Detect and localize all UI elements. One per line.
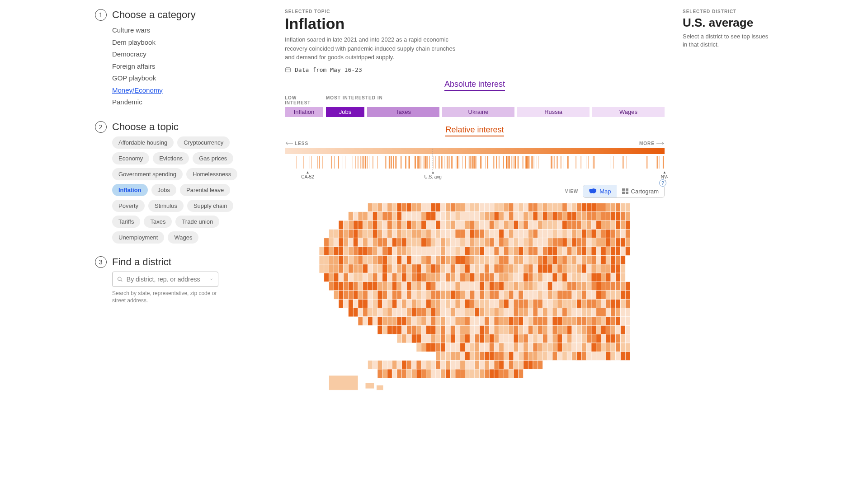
absolute-interest-bar: Taxes — [367, 107, 439, 117]
svg-rect-196 — [387, 229, 392, 238]
topic-pill[interactable]: Inflation — [112, 184, 148, 196]
svg-rect-15 — [382, 203, 387, 211]
topic-pill[interactable]: Supply chain — [187, 200, 233, 212]
topic-pill[interactable]: Stimulus — [148, 200, 184, 212]
svg-rect-703 — [431, 299, 436, 308]
svg-rect-126 — [349, 221, 354, 229]
view-map-button[interactable]: Map — [583, 185, 616, 197]
svg-rect-121 — [616, 211, 621, 220]
category-item[interactable]: Dem playbook — [112, 37, 244, 49]
topic-pill[interactable]: Jobs — [151, 184, 176, 196]
svg-rect-240 — [601, 229, 606, 238]
svg-rect-135 — [392, 221, 397, 229]
topic-pill[interactable]: Taxes — [144, 216, 172, 228]
svg-rect-303 — [601, 238, 606, 246]
svg-rect-237 — [586, 229, 591, 238]
topic-pill[interactable]: Unemployment — [112, 231, 164, 244]
svg-rect-436 — [319, 264, 324, 272]
svg-rect-712 — [475, 299, 480, 308]
svg-rect-417 — [533, 255, 538, 264]
svg-rect-1015 — [499, 352, 504, 360]
topic-pill[interactable]: Poverty — [112, 200, 145, 212]
svg-rect-1055 — [431, 360, 436, 369]
district-search[interactable] — [112, 272, 218, 287]
svg-rect-886 — [514, 325, 519, 334]
svg-rect-623 — [334, 290, 339, 299]
category-item[interactable]: Foreign affairs — [112, 61, 244, 73]
svg-rect-302 — [596, 238, 601, 246]
category-item[interactable]: Democracy — [112, 48, 244, 61]
svg-rect-899 — [577, 325, 582, 334]
svg-rect-210 — [455, 229, 460, 238]
svg-rect-416 — [528, 255, 533, 264]
district-search-input[interactable] — [127, 276, 206, 283]
svg-rect-791 — [577, 308, 582, 316]
svg-rect-590 — [470, 282, 475, 290]
svg-rect-830 — [494, 316, 499, 325]
svg-rect-122 — [621, 211, 626, 220]
topic-pill[interactable]: Gas prices — [193, 152, 233, 164]
svg-rect-618 — [606, 282, 611, 290]
svg-rect-588 — [460, 282, 465, 290]
svg-rect-924 — [465, 334, 470, 343]
svg-rect-163 — [528, 221, 533, 229]
svg-rect-267 — [426, 238, 431, 246]
svg-rect-632 — [377, 290, 382, 299]
topic-pill[interactable]: Trade union — [175, 216, 219, 228]
svg-rect-934 — [514, 334, 519, 343]
svg-rect-397 — [436, 255, 441, 264]
topic-pill[interactable]: Evictions — [153, 152, 189, 164]
svg-rect-273 — [455, 238, 460, 246]
svg-rect-323 — [387, 247, 392, 255]
svg-rect-153 — [480, 221, 485, 229]
svg-rect-540 — [524, 273, 528, 282]
svg-rect-815 — [421, 316, 426, 325]
category-item[interactable]: Pandemic — [112, 96, 244, 108]
svg-rect-872 — [446, 325, 451, 334]
svg-rect-729 — [557, 299, 562, 308]
svg-rect-439 — [334, 264, 339, 272]
svg-rect-554 — [591, 273, 596, 282]
svg-rect-710 — [465, 299, 470, 308]
svg-rect-158 — [504, 221, 509, 229]
svg-rect-21 — [411, 203, 416, 211]
svg-rect-825 — [470, 316, 475, 325]
topic-pill[interactable]: Parental leave — [180, 184, 230, 196]
choropleth-map[interactable] — [285, 201, 665, 395]
topic-pill[interactable]: Homelessness — [186, 168, 237, 180]
topic-pill[interactable]: Economy — [112, 152, 149, 164]
category-item[interactable]: Money/Economy — [112, 84, 244, 97]
svg-rect-774 — [494, 308, 499, 316]
svg-rect-246 — [324, 238, 329, 246]
svg-rect-898 — [572, 325, 577, 334]
svg-rect-558 — [611, 273, 616, 282]
category-item[interactable]: GOP playbook — [112, 72, 244, 84]
topic-pill[interactable]: Cryptocurrency — [177, 136, 230, 149]
svg-rect-496 — [611, 264, 616, 272]
svg-rect-1010 — [475, 352, 480, 360]
svg-rect-336 — [450, 247, 455, 255]
topic-pill[interactable]: Affordable housing — [112, 136, 174, 149]
svg-rect-1059 — [450, 360, 455, 369]
svg-rect-979 — [519, 343, 524, 351]
svg-rect-281 — [494, 238, 499, 246]
svg-rect-1089 — [431, 369, 436, 378]
svg-rect-806 — [377, 316, 382, 325]
topic-pill[interactable]: Tariffs — [112, 216, 140, 228]
category-item[interactable]: Culture wars — [112, 24, 244, 37]
help-badge[interactable]: ? — [659, 179, 666, 187]
svg-rect-132 — [377, 221, 382, 229]
svg-rect-422 — [557, 255, 562, 264]
svg-rect-713 — [480, 299, 485, 308]
svg-rect-480 — [533, 264, 538, 272]
topic-pill[interactable]: Government spending — [112, 168, 183, 180]
svg-rect-816 — [426, 316, 431, 325]
svg-rect-520 — [426, 273, 431, 282]
topic-pill[interactable]: Wages — [168, 231, 198, 244]
svg-rect-517 — [411, 273, 416, 282]
relative-marker: CA-52 — [301, 170, 314, 179]
svg-rect-810 — [397, 316, 402, 325]
view-cartogram-button[interactable]: Cartogram — [617, 185, 664, 197]
svg-rect-289 — [533, 238, 538, 246]
svg-rect-1084 — [407, 369, 412, 378]
